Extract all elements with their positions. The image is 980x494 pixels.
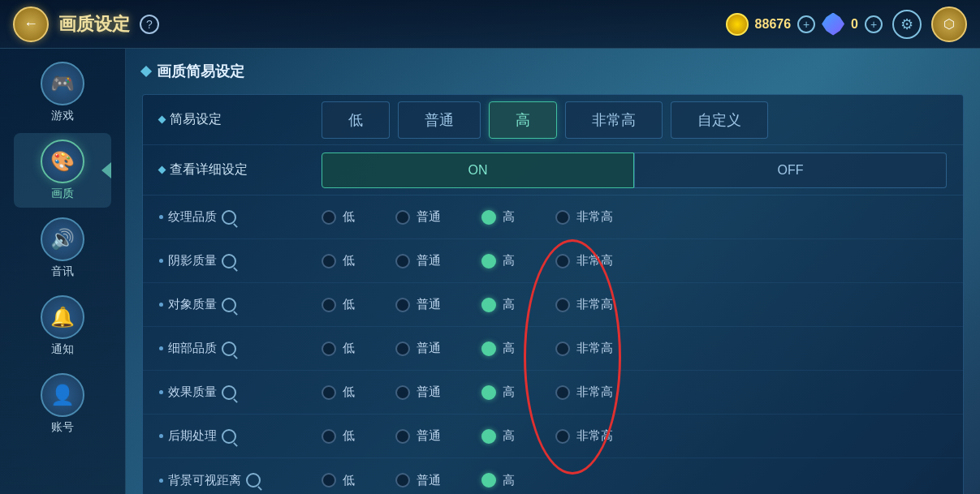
shadow-low-radio: [322, 254, 336, 268]
effect-normal[interactable]: 普通: [395, 384, 441, 400]
shadow-normal-radio: [395, 254, 410, 268]
shadow-label-text: 阴影质量: [168, 253, 217, 268]
shadow-high[interactable]: 高: [481, 253, 515, 268]
effect-high[interactable]: 高: [481, 384, 515, 400]
settings-icon[interactable]: ⚙: [892, 10, 922, 39]
shadow-normal[interactable]: 普通: [395, 253, 441, 268]
exit-button[interactable]: ⬡: [931, 6, 967, 42]
preset-veryhigh-button[interactable]: 非常高: [565, 101, 663, 139]
object-high-radio: [481, 298, 496, 312]
bgdistance-high-radio: [481, 473, 496, 488]
account-icon: 👤: [41, 373, 84, 417]
texture-high-option[interactable]: 高: [481, 209, 515, 225]
sidebar-item-game[interactable]: 🎮 游戏: [14, 55, 111, 130]
audio-icon: 🔊: [41, 217, 84, 261]
bgdistance-label: 背景可视距离: [159, 473, 322, 488]
sidebar-item-graphics[interactable]: 🎨 画质: [14, 133, 111, 208]
effect-label-text: 效果质量: [168, 384, 217, 400]
dot-icon4: [159, 346, 163, 350]
postprocess-normal[interactable]: 普通: [395, 428, 441, 444]
effect-normal-radio: [395, 385, 410, 400]
detail-row-shadow: 阴影质量 低 普通 高 非常高: [143, 239, 963, 283]
dot-icon5: [159, 390, 163, 394]
detail-veryhigh[interactable]: 非常高: [555, 341, 613, 356]
detail-toggle-label: 查看详细设定: [159, 161, 322, 178]
postprocess-high[interactable]: 高: [481, 428, 515, 444]
postprocess-veryhigh[interactable]: 非常高: [555, 428, 613, 444]
object-veryhigh[interactable]: 非常高: [555, 297, 613, 312]
help-button[interactable]: ?: [140, 15, 159, 34]
simple-settings-label: 简易设定: [159, 111, 322, 128]
bgdistance-high[interactable]: 高: [481, 473, 515, 488]
toggle-off-button[interactable]: OFF: [634, 152, 947, 188]
bgdistance-low[interactable]: 低: [322, 473, 355, 488]
back-button[interactable]: ←: [13, 6, 49, 42]
page-title: 画质设定: [58, 12, 130, 37]
effect-low-radio: [322, 385, 336, 400]
detail-search-icon[interactable]: [222, 342, 236, 356]
notify-icon: 🔔: [41, 295, 84, 339]
shadow-options: 低 普通 高 非常高: [322, 253, 947, 268]
texture-normal-option[interactable]: 普通: [395, 209, 441, 225]
shadow-search-icon[interactable]: [222, 254, 236, 268]
sidebar-label-graphics: 画质: [51, 187, 74, 201]
sidebar-item-account[interactable]: 👤 账号: [14, 367, 111, 441]
detail-normal[interactable]: 普通: [395, 341, 441, 356]
section-diamond-icon: [140, 66, 152, 77]
on-off-toggle: ON OFF: [322, 152, 947, 188]
detail-toggle-label-text: 查看详细设定: [170, 161, 248, 178]
bgdistance-normal[interactable]: 普通: [395, 473, 441, 488]
sidebar-item-audio[interactable]: 🔊 音讯: [14, 211, 111, 286]
object-options: 低 普通 高 非常高: [322, 297, 947, 312]
shadow-low[interactable]: 低: [322, 253, 355, 268]
detail-normal-radio: [395, 342, 410, 356]
object-label: 对象质量: [159, 297, 322, 312]
object-normal[interactable]: 普通: [395, 297, 441, 312]
effect-label: 效果质量: [159, 384, 322, 400]
gem-plus-button[interactable]: +: [865, 15, 883, 33]
effect-low[interactable]: 低: [322, 384, 355, 400]
texture-low-option[interactable]: 低: [322, 209, 355, 225]
effect-search-icon[interactable]: [222, 385, 236, 400]
detail-low[interactable]: 低: [322, 341, 355, 356]
graphics-icon: 🎨: [41, 140, 84, 183]
effect-veryhigh[interactable]: 非常高: [555, 384, 613, 400]
effect-options: 低 普通 高 非常高: [322, 384, 947, 400]
object-normal-radio: [395, 298, 410, 312]
simple-settings-label-text: 简易设定: [170, 111, 222, 128]
preset-custom-button[interactable]: 自定义: [671, 101, 768, 139]
detail-row-detail: 细部品质 低 普通 高 非常高: [143, 327, 963, 371]
dot-icon2: [159, 259, 163, 263]
texture-label: 纹理品质: [159, 209, 322, 225]
object-high[interactable]: 高: [481, 297, 515, 312]
postprocess-search-icon[interactable]: [222, 429, 236, 444]
sidebar-label-game: 游戏: [51, 109, 74, 123]
postprocess-options: 低 普通 高 非常高: [322, 428, 947, 444]
toggle-on-button[interactable]: ON: [322, 152, 634, 188]
coin-plus-button[interactable]: +: [797, 15, 815, 33]
sidebar-item-notify[interactable]: 🔔 通知: [14, 289, 111, 363]
currency-group: 88676 + 0 +: [726, 13, 883, 36]
object-low-radio: [322, 298, 336, 312]
detail-veryhigh-radio: [555, 342, 570, 356]
shadow-high-radio: [481, 254, 496, 268]
texture-veryhigh-option[interactable]: 非常高: [555, 209, 613, 225]
detail-high[interactable]: 高: [481, 341, 515, 356]
object-veryhigh-radio: [555, 298, 570, 312]
row-diamond-icon: [158, 116, 166, 124]
texture-high-radio: [481, 210, 496, 225]
bgdistance-search-icon[interactable]: [246, 473, 261, 488]
preset-high-button[interactable]: 高: [489, 101, 557, 139]
postprocess-low[interactable]: 低: [322, 428, 355, 444]
preset-low-button[interactable]: 低: [322, 101, 390, 139]
preset-normal-button[interactable]: 普通: [398, 101, 481, 139]
texture-search-icon[interactable]: [222, 210, 236, 225]
detail-quality-label-text: 细部品质: [168, 341, 217, 356]
texture-label-text: 纹理品质: [168, 209, 217, 225]
object-search-icon[interactable]: [222, 298, 236, 312]
shadow-label: 阴影质量: [159, 253, 322, 268]
effect-veryhigh-radio: [555, 385, 570, 400]
object-low[interactable]: 低: [322, 297, 355, 312]
coin-icon: [726, 13, 749, 36]
shadow-veryhigh[interactable]: 非常高: [555, 253, 613, 268]
